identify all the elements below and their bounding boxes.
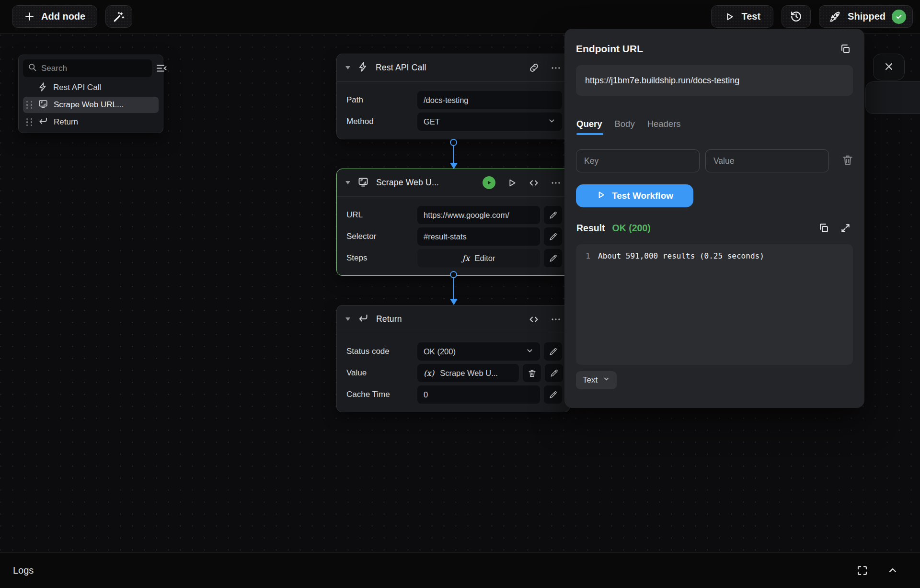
close-button[interactable] — [873, 54, 905, 80]
return-icon — [357, 313, 369, 326]
node-scrape-web-url[interactable]: Scrape Web U... URL https://www.google.c… — [336, 169, 570, 276]
field-row-status-code: Status code OK (200) — [346, 342, 562, 361]
format-select[interactable]: Text — [576, 371, 617, 389]
palette-item-scrape-web-url[interactable]: Scrape Web URL... — [23, 97, 159, 113]
palette-item-label: Scrape Web URL... — [54, 100, 124, 110]
value-input[interactable] — [705, 149, 829, 172]
result-status-badge: OK (200) — [612, 223, 651, 234]
drag-handle[interactable] — [26, 101, 33, 109]
more-options-icon[interactable] — [551, 314, 561, 325]
fullscreen-icon[interactable] — [856, 564, 869, 577]
path-input[interactable]: /docs-testing — [417, 91, 562, 109]
link-icon[interactable] — [529, 62, 540, 73]
chevron-down-icon — [548, 117, 556, 127]
test-workflow-label: Test Workflow — [612, 191, 673, 201]
field-label: Path — [346, 95, 417, 105]
steps-editor-button[interactable]: ƒx Editor — [417, 249, 540, 267]
palette-item-label: Rest API Call — [53, 83, 101, 92]
drag-handle[interactable] — [26, 118, 33, 126]
magic-wand-button[interactable] — [105, 5, 132, 28]
output-port[interactable] — [450, 271, 457, 278]
result-output[interactable]: 1 About 591,000 results (0.25 seconds) — [576, 244, 853, 365]
output-port[interactable] — [450, 139, 457, 146]
run-success-icon[interactable] — [483, 176, 495, 189]
offscreen-card[interactable] — [865, 81, 920, 114]
request-tabs: Query Body Headers — [576, 119, 681, 135]
field-row-selector: Selector #result-stats — [346, 227, 562, 246]
node-rest-api-call[interactable]: Rest API Call Path /docs-testing Method … — [336, 54, 570, 139]
shipped-button[interactable]: Shipped — [819, 5, 913, 28]
endpoint-url-value[interactable]: https://j1bm7e.buildship.run/docs-testin… — [576, 65, 853, 96]
code-icon[interactable] — [528, 177, 540, 189]
field-value: Scrape Web U... — [440, 369, 498, 378]
add-node-button[interactable]: Add node — [12, 5, 97, 28]
url-input[interactable]: https://www.google.com/ — [417, 206, 540, 224]
edit-pencil-button[interactable] — [544, 342, 562, 361]
palette-item-return[interactable]: Return — [23, 115, 159, 129]
palette-item-rest-api-call[interactable]: Rest API Call — [23, 80, 159, 95]
selector-input[interactable]: #result-stats — [417, 227, 540, 246]
method-select[interactable]: GET — [417, 113, 562, 131]
close-icon — [883, 61, 895, 74]
more-options-icon[interactable] — [551, 63, 561, 73]
play-icon[interactable] — [506, 178, 517, 188]
cache-time-input[interactable]: 0 — [417, 385, 540, 404]
field-label: Method — [346, 117, 417, 126]
more-options-icon[interactable] — [551, 178, 561, 188]
fx-icon: ƒx — [462, 253, 470, 263]
palette-search-box[interactable] — [23, 59, 152, 77]
copy-icon[interactable] — [818, 222, 829, 234]
node-return[interactable]: Return Status code OK (200) Value — [336, 305, 570, 412]
history-button[interactable] — [782, 5, 811, 28]
tab-body[interactable]: Body — [614, 119, 634, 135]
field-row-value: Value (x) Scrape Web U... — [346, 364, 562, 382]
search-input[interactable] — [41, 64, 147, 73]
connector-arrowhead-icon — [450, 299, 458, 305]
delete-trash-button[interactable] — [523, 364, 541, 382]
node-body: URL https://www.google.com/ Selector #re… — [337, 197, 570, 275]
node-palette: Rest API Call Scrape Web URL... Return — [18, 55, 163, 133]
test-button[interactable]: Test — [711, 5, 773, 28]
field-row-url: URL https://www.google.com/ — [346, 206, 562, 224]
shipped-label: Shipped — [848, 11, 886, 22]
history-icon — [790, 10, 803, 23]
edit-pencil-button[interactable] — [544, 227, 562, 246]
edit-pencil-button[interactable] — [545, 364, 563, 382]
expand-icon[interactable] — [840, 223, 851, 234]
node-header: Rest API Call — [337, 54, 570, 82]
connector-rest-to-scrape — [449, 139, 458, 169]
field-value: GET — [424, 117, 440, 126]
browser-icon — [38, 99, 48, 111]
tab-headers[interactable]: Headers — [647, 119, 681, 135]
collapse-chevron-icon[interactable] — [345, 66, 350, 69]
palette-item-list: Rest API Call Scrape Web URL... Return — [23, 80, 159, 129]
chevron-down-icon — [603, 375, 610, 385]
field-value: Editor — [474, 254, 495, 263]
status-code-select[interactable]: OK (200) — [417, 342, 540, 361]
search-icon — [28, 63, 37, 74]
play-icon — [724, 11, 735, 22]
edit-pencil-button[interactable] — [544, 249, 562, 267]
field-label: Value — [346, 368, 417, 378]
line-number: 1 — [584, 251, 590, 358]
field-value: OK (200) — [424, 347, 456, 356]
edit-pencil-button[interactable] — [544, 206, 562, 224]
code-icon[interactable] — [528, 314, 540, 325]
shipped-check-icon — [892, 10, 906, 24]
collapse-chevron-icon[interactable] — [345, 181, 350, 184]
value-variable-chip[interactable]: (x) Scrape Web U... — [417, 364, 519, 382]
node-body: Status code OK (200) Value (x) Scrape We… — [337, 333, 570, 412]
delete-trash-icon[interactable] — [841, 154, 854, 168]
collapse-list-icon[interactable] — [156, 60, 167, 77]
tab-query[interactable]: Query — [576, 119, 602, 135]
key-input[interactable] — [576, 149, 700, 172]
chevron-up-icon[interactable] — [887, 565, 898, 576]
test-workflow-button[interactable]: Test Workflow — [576, 184, 693, 207]
node-body: Path /docs-testing Method GET — [337, 82, 570, 139]
browser-icon — [357, 176, 369, 190]
collapse-chevron-icon[interactable] — [345, 317, 350, 321]
field-label: Selector — [346, 232, 417, 241]
field-label: URL — [346, 210, 417, 220]
edit-pencil-button[interactable] — [544, 385, 562, 404]
copy-icon[interactable] — [840, 43, 851, 57]
